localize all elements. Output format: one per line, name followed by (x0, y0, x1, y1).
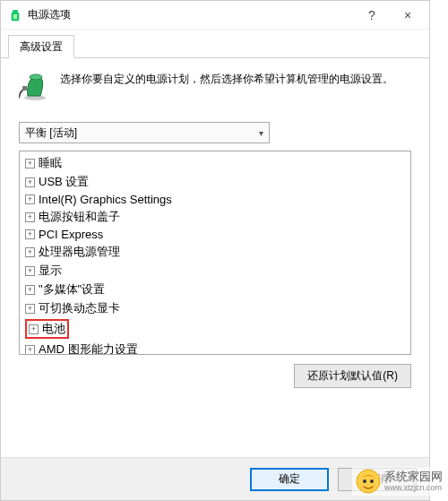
svg-rect-0 (13, 10, 18, 13)
plan-selected-label: 平衡 [活动] (25, 125, 77, 141)
highlight-annotation: +电池 (25, 319, 69, 339)
svg-point-7 (363, 479, 366, 483)
expand-icon[interactable]: + (25, 229, 35, 239)
watermark: 系统家园网 www.xtzjcn.com (352, 467, 446, 496)
tree-item-label: 显示 (39, 263, 62, 279)
ok-button[interactable]: 确定 (250, 468, 329, 491)
tree-item[interactable]: +显示 (23, 261, 407, 280)
expand-icon[interactable]: + (25, 304, 35, 314)
tree-item[interactable]: +处理器电源管理 (23, 242, 407, 261)
intro-text: 选择你要自定义的电源计划，然后选择你希望计算机管理的电源设置。 (60, 71, 393, 106)
tree-item[interactable]: +睡眠 (23, 153, 407, 172)
tree-item[interactable]: +可切换动态显卡 (23, 298, 407, 317)
tab-advanced[interactable]: 高级设置 (8, 35, 74, 58)
tree-item[interactable]: +Intel(R) Graphics Settings (23, 191, 407, 207)
help-button[interactable]: ? (354, 2, 390, 29)
expand-icon[interactable]: + (25, 159, 35, 168)
tree-item-label: "多媒体"设置 (39, 281, 105, 298)
expand-icon[interactable]: + (25, 345, 35, 355)
chevron-down-icon: ▾ (259, 128, 263, 138)
svg-point-4 (30, 74, 42, 80)
power-plan-select[interactable]: 平衡 [活动] ▾ (19, 122, 270, 143)
tree-item[interactable]: +"多媒体"设置 (23, 280, 407, 298)
expand-icon[interactable]: + (25, 177, 35, 187)
tree-item-label: 处理器电源管理 (39, 244, 120, 260)
tree-item[interactable]: +AMD 图形能力设置 (23, 340, 407, 355)
tree-item-label: PCI Express (39, 228, 103, 241)
close-icon: × (404, 8, 411, 22)
tab-label: 高级设置 (20, 40, 63, 53)
app-icon (8, 8, 22, 22)
intro-row: 选择你要自定义的电源计划，然后选择你希望计算机管理的电源设置。 (19, 71, 411, 106)
watermark-logo-icon (356, 469, 381, 494)
tree-item[interactable]: +PCI Express (23, 226, 407, 242)
tree-item-label: 电池 (42, 321, 65, 337)
restore-row: 还原计划默认值(R) (19, 364, 411, 388)
expand-icon[interactable]: + (25, 266, 35, 276)
tree-item[interactable]: +电池 (23, 317, 407, 340)
tree-item-label: USB 设置 (39, 174, 89, 190)
watermark-url: www.xtzjcn.com (384, 483, 443, 492)
power-plan-icon (19, 71, 51, 106)
ok-label: 确定 (279, 471, 300, 487)
tree-item-label: 电源按钮和盖子 (39, 209, 120, 225)
restore-label: 还原计划默认值(R) (307, 369, 398, 382)
tree-item-label: AMD 图形能力设置 (39, 341, 138, 355)
window-title: 电源选项 (28, 7, 354, 22)
settings-tree[interactable]: +睡眠+USB 设置+Intel(R) Graphics Settings+电源… (19, 151, 411, 355)
help-icon: ? (368, 8, 375, 22)
expand-icon[interactable]: + (25, 285, 35, 295)
watermark-text-block: 系统家园网 www.xtzjcn.com (384, 471, 443, 492)
watermark-name: 系统家园网 (384, 471, 443, 483)
svg-point-8 (370, 479, 374, 483)
svg-rect-2 (13, 14, 17, 19)
svg-rect-5 (22, 86, 27, 91)
tree-item[interactable]: +USB 设置 (23, 172, 407, 191)
expand-icon[interactable]: + (29, 324, 39, 334)
tree-item-label: 可切换动态显卡 (39, 300, 120, 316)
titlebar: 电源选项 ? × (1, 1, 429, 30)
expand-icon[interactable]: + (25, 194, 35, 204)
svg-point-6 (357, 470, 380, 493)
expand-icon[interactable]: + (25, 247, 35, 257)
dialog-window: 电源选项 ? × 高级设置 选择你要自定义的电源计划，然 (0, 0, 430, 501)
restore-defaults-button[interactable]: 还原计划默认值(R) (294, 364, 411, 388)
tree-item-label: 睡眠 (39, 155, 62, 171)
tree-item[interactable]: +电源按钮和盖子 (23, 207, 407, 226)
tree-item-label: Intel(R) Graphics Settings (39, 193, 172, 206)
expand-icon[interactable]: + (25, 212, 35, 222)
tabstrip: 高级设置 (1, 35, 429, 58)
close-button[interactable]: × (390, 2, 426, 29)
tab-content: 选择你要自定义的电源计划，然后选择你希望计算机管理的电源设置。 平衡 [活动] … (1, 58, 429, 397)
